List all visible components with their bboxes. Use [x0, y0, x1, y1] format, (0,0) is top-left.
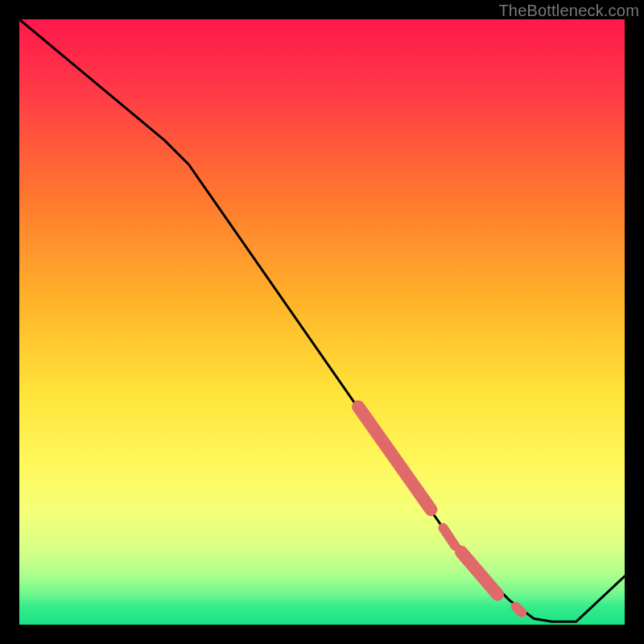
chart-svg	[19, 19, 625, 625]
svg-rect-0	[19, 19, 625, 625]
highlight-segment-3	[516, 606, 522, 613]
plot-area	[19, 19, 625, 625]
watermark-text: TheBottleneck.com	[498, 2, 639, 20]
chart-frame: TheBottleneck.com	[0, 0, 644, 644]
